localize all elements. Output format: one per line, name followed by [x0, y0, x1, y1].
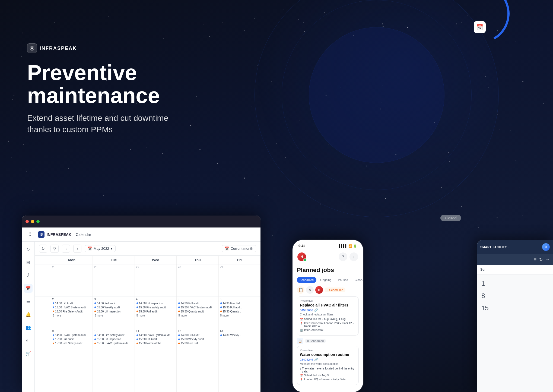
card1-client-text: InterContinental — [304, 328, 323, 331]
mobile-status-icons: ▌▌▌▌ 📶 🔋 — [339, 244, 357, 248]
right-panel-toolbar: ≡ ↻ → — [477, 254, 553, 265]
mobile-user-avatar[interactable]: H — [297, 252, 306, 261]
grid-menu-btn[interactable]: ⠿ — [26, 231, 34, 238]
right-panel-header: SMART FACILITY... U — [477, 240, 553, 254]
cal-day-11[interactable]: 11 14:30 HVAC System audit 15:30 Lift Au… — [135, 328, 177, 360]
tab-ongoing[interactable]: Ongoing — [317, 277, 334, 283]
subtitle-line1: Extend asset lifetime and cut downtime — [27, 113, 168, 122]
card1-id-number: 34543666 — [300, 309, 313, 312]
cal-day-9[interactable]: 9 14:30 HVAC System audit 15:30 Full aud… — [51, 328, 93, 360]
cal-week-row-2: 2 14:30 Lift Audit 15:30 HVAC System aud… — [35, 296, 260, 328]
mobile-content: Planned jobs Scheduled Ongoing Paused Cl… — [293, 263, 363, 391]
help-btn[interactable]: ? — [339, 252, 347, 261]
minimize-window-btn[interactable] — [31, 220, 34, 223]
sidebar-share-icon[interactable]: ⤴ — [24, 271, 33, 280]
view-label: Current month — [231, 246, 253, 251]
cal-day-empty-4 — [177, 360, 218, 392]
mobile-card-2[interactable]: Preventive Water consumption routine 234… — [297, 346, 359, 385]
sidebar-bell-icon[interactable]: 🔔 — [24, 310, 33, 319]
tab-scheduled[interactable]: Scheduled — [297, 277, 316, 283]
subtitle-line2: thanks to custom PPMs — [27, 125, 113, 134]
cal-day-26: 26 — [93, 264, 135, 296]
refresh-btn[interactable]: ↻ — [39, 245, 47, 253]
filter-row: 📋 ○ H 0 Scheduled — [297, 286, 359, 294]
cal-day-empty-5 — [219, 360, 260, 392]
current-month-label: May 2022 — [94, 246, 109, 251]
online-badge — [303, 258, 307, 262]
day-num-8: 8 — [481, 290, 549, 302]
tab-closed[interactable]: Closed — [352, 277, 363, 283]
mobile-nav-bar: H ? ↓ — [293, 250, 363, 263]
cal-day-6[interactable]: 6 14:30 Fire Saf... 15:30 Full aud... 15… — [219, 296, 260, 328]
day-header-mon: Mon — [51, 256, 93, 264]
cal-day-29: 29 — [219, 264, 260, 296]
rp-day-label: Sun — [480, 268, 487, 271]
brand-logo: INFRASPEAK — [27, 43, 217, 53]
download-btn[interactable]: ↓ — [349, 252, 358, 261]
card1-title: Replace all HVAC air filters — [300, 303, 356, 307]
avatar-initial: H — [301, 255, 303, 259]
cal-main: ↻ ▽ ‹ › 📅 May 2022 ▾ 📅 Current month — [35, 242, 260, 392]
mobile-time: 9:41 — [298, 244, 305, 248]
cal-day-10[interactable]: 10 14:30 Fire Safety Audit 15:30 Lift in… — [93, 328, 135, 360]
cal-week-row-4 — [35, 360, 260, 392]
day-header-wed: Wed — [135, 256, 177, 264]
card1-schedule-text: Scheduled for 2 Aug, 3 Aug, 4 Aug — [304, 318, 345, 321]
maximize-window-btn[interactable] — [36, 220, 40, 223]
cal-grid: Mon Tue Wed Thu Fri 25 26 27 28 29 — [35, 256, 260, 392]
card1-tag: Preventive — [300, 299, 356, 302]
signal-icon: ▌▌▌▌ — [339, 244, 347, 248]
cal-day-28: 28 — [177, 264, 218, 296]
sidebar-list-icon[interactable]: ☰ — [24, 297, 33, 306]
cal-sidebar: ↻ ⊞ ⤴ 📅 ☰ 🔔 👥 🏷 🛒 — [22, 242, 35, 392]
card1-schedule: 📅 Scheduled for 2 Aug, 3 Aug, 4 Aug — [300, 318, 356, 321]
sidebar-grid-icon[interactable]: ⊞ — [24, 258, 33, 267]
date-picker[interactable]: 📅 May 2022 ▾ — [85, 245, 116, 252]
view-picker[interactable]: 📅 Current month — [222, 245, 256, 252]
cal-day-3[interactable]: 3 14:30 Full audit 15:30 Weekly audit 15… — [93, 296, 135, 328]
sidebar-calendar-icon[interactable]: 📅 — [24, 284, 33, 293]
day-header-thu: Thu — [177, 256, 218, 264]
cal-day-13[interactable]: 13 14:30 Weekly... — [219, 328, 260, 360]
card1-location-text: InterContinental London Park - Floor 12 … — [304, 322, 356, 328]
mobile-card-1[interactable]: Preventive Replace all HVAC air filters … — [297, 296, 359, 336]
sidebar-users-icon[interactable]: 👥 — [24, 323, 33, 332]
rp-forward-btn[interactable]: → — [545, 257, 550, 262]
filter-avatar-user[interactable]: H — [315, 286, 323, 294]
card2-id: 23425246 🔗 — [300, 358, 356, 361]
prev-btn[interactable]: ‹ — [62, 245, 70, 253]
cal-day-empty-3 — [135, 360, 177, 392]
week-label-1 — [35, 264, 51, 296]
sidebar-tag-icon[interactable]: 🏷 — [24, 336, 33, 345]
rp-view-btn[interactable]: ≡ — [534, 257, 536, 262]
cal-day-5[interactable]: 5 14:30 Full audit 15:30 HVAC System aud… — [177, 296, 218, 328]
day-num-1: 1 — [481, 278, 549, 290]
closed-badge[interactable]: Closed — [440, 215, 461, 221]
filter-avatar-1[interactable]: 📋 — [297, 286, 304, 294]
card2-location: 📍 London HQ - General - Entry Gate — [300, 378, 356, 381]
rp-refresh-btn[interactable]: ↻ — [539, 257, 543, 262]
card2-schedule: 📅 Scheduled for Aug 3 — [300, 374, 356, 377]
sidebar-cart-icon[interactable]: 🛒 — [24, 349, 33, 358]
subtitle: Extend asset lifetime and cut downtime t… — [27, 112, 190, 135]
wifi-icon: 📶 — [348, 244, 352, 248]
next-btn[interactable]: › — [73, 245, 81, 253]
sidebar-refresh-icon[interactable]: ↻ — [24, 245, 33, 254]
cal-day-4[interactable]: 4 14:30 Lift inspection 15:30 Fire safet… — [135, 296, 177, 328]
info-icon: ℹ — [300, 367, 301, 370]
cal-header-row: Mon Tue Wed Thu Fri — [35, 256, 260, 264]
rp-day-numbers: 1 8 15 — [477, 274, 553, 317]
cal-day-2[interactable]: 2 14:30 Lift Audit 15:30 HVAC System aud… — [51, 296, 93, 328]
card2-schedule-text: Scheduled for Aug 3 — [304, 374, 329, 377]
close-window-btn[interactable] — [26, 220, 29, 223]
tab-paused[interactable]: Paused — [335, 277, 351, 283]
calendar-icon-top: 📅 — [474, 21, 486, 33]
cal-day-12[interactable]: 12 14:30 Full audit 15:30 Weekly audit 1… — [177, 328, 218, 360]
app-logo: IS INFRASPEAK — [38, 231, 71, 238]
card2-id-number: 23425246 — [300, 358, 313, 361]
app-name-label: INFRASPEAK — [47, 232, 71, 237]
filter-btn[interactable]: ▽ — [50, 245, 59, 253]
filter-avatar-2[interactable]: ○ — [306, 286, 314, 294]
window-chrome — [22, 216, 260, 227]
building-icon: 🏢 — [300, 329, 303, 332]
